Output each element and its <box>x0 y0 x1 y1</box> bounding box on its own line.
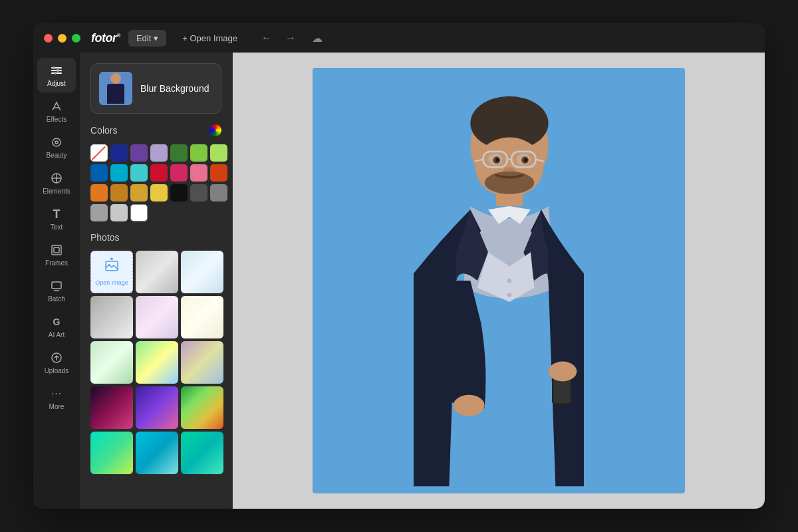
photo-grad-10[interactable] <box>136 386 178 429</box>
color-swatch-17[interactable] <box>150 184 168 201</box>
color-swatch-6[interactable] <box>210 144 227 162</box>
sidebar-item-adjust[interactable]: Adjust <box>37 58 76 92</box>
back-button[interactable]: ← <box>256 29 277 47</box>
sidebar-item-ai-art-label: AI Art <box>49 331 65 338</box>
sidebar-item-effects[interactable]: Effects <box>37 94 76 128</box>
svg-point-5 <box>54 72 57 74</box>
color-swatch-10[interactable] <box>150 164 168 182</box>
photo-grad-8[interactable] <box>181 341 223 384</box>
canvas-inner <box>313 68 685 493</box>
photo-grad-4[interactable] <box>136 296 178 338</box>
color-swatch-11[interactable] <box>170 164 188 182</box>
app-body: Adjust Effects Beauty <box>33 53 765 509</box>
svg-point-4 <box>57 69 59 72</box>
color-swatch-8[interactable] <box>110 164 128 182</box>
sidebar-item-uploads-label: Uploads <box>45 367 69 374</box>
sidebar-item-text[interactable]: T Text <box>37 201 76 236</box>
photo-grad-6[interactable] <box>90 341 133 384</box>
forward-button[interactable]: → <box>280 29 301 47</box>
svg-point-40 <box>485 172 535 194</box>
color-swatch-21[interactable] <box>90 204 108 221</box>
svg-point-25 <box>507 293 511 297</box>
color-swatch-15[interactable] <box>110 184 128 201</box>
svg-rect-14 <box>52 282 61 289</box>
maximize-button[interactable] <box>72 34 80 43</box>
text-icon: T <box>49 207 64 221</box>
traffic-lights <box>44 34 80 43</box>
svg-point-7 <box>53 138 61 146</box>
app-logo: fotor® <box>91 31 120 45</box>
color-swatch-14[interactable] <box>90 184 108 201</box>
svg-point-24 <box>507 279 511 283</box>
elements-icon <box>49 171 64 186</box>
open-image-label: Open Image <box>95 279 128 287</box>
photo-grad-5[interactable] <box>181 296 223 338</box>
color-swatch-7[interactable] <box>90 164 108 182</box>
palette-icon[interactable] <box>209 124 221 136</box>
photo-grad-9[interactable] <box>90 386 133 429</box>
open-photo-icon <box>104 257 120 277</box>
photo-grad-3[interactable] <box>90 296 133 338</box>
sidebar-item-uploads[interactable]: Uploads <box>37 345 76 380</box>
photo-grad-7[interactable] <box>136 341 178 384</box>
effects-icon <box>49 99 64 114</box>
color-swatch-19[interactable] <box>190 184 207 201</box>
canvas-area <box>233 53 765 509</box>
sidebar-item-ai-art[interactable]: G AI Art <box>37 309 76 344</box>
photo-grad-12[interactable] <box>90 432 133 474</box>
open-image-button[interactable]: + Open Image <box>174 30 245 47</box>
sidebar-item-elements[interactable]: Elements <box>37 166 76 200</box>
color-swatch-4[interactable] <box>170 144 188 162</box>
uploads-icon <box>49 350 64 365</box>
titlebar: fotor® Edit ▾ + Open Image ← → ☁ <box>33 23 765 53</box>
photo-grad-1[interactable] <box>136 251 178 293</box>
edit-menu-button[interactable]: Edit ▾ <box>128 30 166 47</box>
photos-section-title: Photos <box>90 232 221 243</box>
photo-grad-2[interactable] <box>181 251 223 293</box>
main-image <box>313 68 685 493</box>
photos-section: Photos <box>90 232 221 474</box>
batch-icon <box>49 279 64 293</box>
svg-point-43 <box>549 362 577 382</box>
svg-point-37 <box>495 158 499 162</box>
color-swatch-20[interactable] <box>210 184 227 201</box>
close-button[interactable] <box>44 34 53 43</box>
app-window: fotor® Edit ▾ + Open Image ← → ☁ <box>33 23 765 509</box>
colors-grid <box>90 144 221 221</box>
color-swatch-2[interactable] <box>130 144 148 162</box>
frames-icon <box>49 243 64 257</box>
photo-grad-11[interactable] <box>181 386 223 429</box>
photo-open-image[interactable]: Open Image <box>90 251 133 293</box>
color-swatch-22[interactable] <box>110 204 128 221</box>
sidebar-item-batch-label: Batch <box>48 295 65 303</box>
svg-rect-12 <box>52 245 61 255</box>
adjust-icon <box>49 63 64 78</box>
color-swatch-3[interactable] <box>150 144 168 162</box>
sidebar-item-batch[interactable]: Batch <box>37 273 76 308</box>
more-icon: ··· <box>49 386 64 401</box>
color-swatch-13[interactable] <box>210 164 227 182</box>
sidebar-item-beauty-label: Beauty <box>46 152 66 159</box>
svg-point-8 <box>55 141 58 144</box>
color-swatch-9[interactable] <box>130 164 148 182</box>
photo-grad-13[interactable] <box>136 432 178 474</box>
svg-rect-13 <box>54 247 59 253</box>
svg-point-38 <box>524 158 527 162</box>
color-swatch-18[interactable] <box>170 184 188 201</box>
sidebar-item-frames[interactable]: Frames <box>37 237 76 272</box>
sidebar-item-text-label: Text <box>51 223 63 231</box>
ai-art-icon: G <box>49 315 64 329</box>
sidebar-item-beauty[interactable]: Beauty <box>37 130 76 164</box>
color-swatch-23[interactable] <box>130 204 148 221</box>
tool-card[interactable]: Blur Background <box>90 63 221 114</box>
color-swatch-none[interactable] <box>90 144 108 162</box>
photo-grad-14[interactable] <box>181 432 223 474</box>
color-swatch-5[interactable] <box>190 144 207 162</box>
sidebar-item-more[interactable]: ··· More <box>37 381 76 416</box>
color-swatch-16[interactable] <box>130 184 148 201</box>
color-swatch-12[interactable] <box>190 164 207 182</box>
minimize-button[interactable] <box>58 34 66 43</box>
titlebar-content: fotor® Edit ▾ + Open Image ← → ☁ <box>91 29 323 47</box>
color-swatch-1[interactable] <box>110 144 128 162</box>
beauty-icon <box>49 135 64 150</box>
